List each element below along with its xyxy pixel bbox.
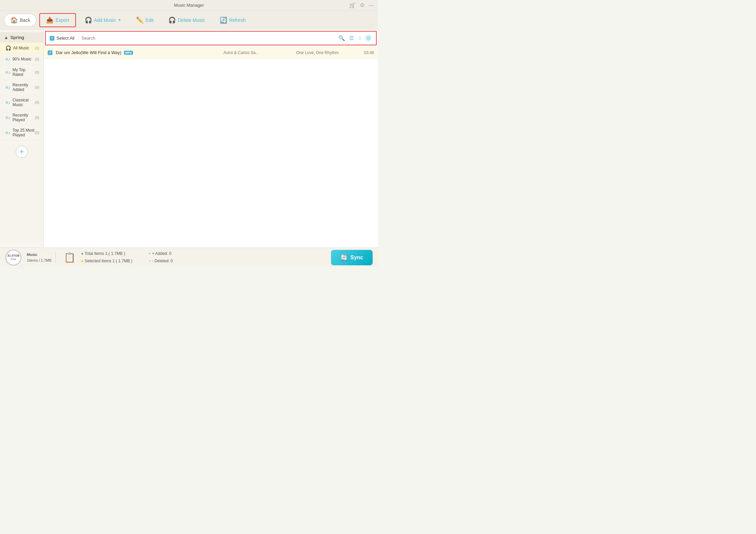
table-row[interactable]: Dar um Jeito(We Will Find a Way) MP3 Avi… (44, 47, 378, 59)
mp3-badge: MP3 (124, 51, 133, 55)
status-stats: ● Total Items 1 ( 1.7MB ) ● Selected Ite… (81, 250, 132, 265)
status-detail-icon: 📋 (64, 252, 76, 263)
search-input[interactable] (81, 36, 336, 41)
search-icon[interactable]: 🔍 (338, 35, 345, 41)
sidebar-section-header: ▲ Spring (0, 32, 43, 43)
cart-icon[interactable]: 🛒 (349, 2, 356, 8)
track-artist: Avicii & Carlos Sa... (205, 50, 278, 55)
sidebar-item-90s-music[interactable]: ≡♪ 90's Music (0) (0, 54, 43, 65)
list-view-button[interactable]: ☰ (348, 34, 355, 42)
upload-icon: ▲ (4, 35, 8, 40)
content-area: Select All 🔍 ☰ ↕ ⊙ Dar um Jeito(We Will … (44, 30, 378, 248)
select-all-area: Select All (50, 36, 79, 41)
track-list: Dar um Jeito(We Will Find a Way) MP3 Avi… (44, 47, 378, 248)
delete-icon: 🎧 (168, 16, 176, 24)
edit-icon: ✏️ (136, 16, 143, 24)
settings-icon[interactable]: ⚙ (360, 2, 365, 8)
add-playlist-button[interactable]: + (16, 146, 28, 158)
playlist-icon-6: ≡♪ (5, 130, 10, 135)
track-checkbox[interactable] (48, 50, 52, 55)
sidebar-item-classical-music[interactable]: ≡♪ Classical Music (0) (0, 95, 43, 110)
select-all-label[interactable]: Select All (56, 36, 74, 41)
playlist-icon-1: ≡♪ (5, 56, 10, 62)
dropdown-arrow-icon: ▼ (118, 18, 121, 22)
playlist-icon-3: ≡♪ (5, 85, 10, 90)
delete-music-button[interactable]: 🎧 Delete Music (162, 14, 211, 27)
export-button[interactable]: 📤 Export (39, 13, 76, 27)
added-deleted: + + Added: 0 − - Deleted: 0 (149, 250, 173, 265)
sync-button[interactable]: 🔄 Sync (331, 250, 373, 265)
edit-button[interactable]: ✏️ Edit (130, 14, 160, 27)
app-title: Music Manager (174, 3, 204, 8)
sidebar-item-top-25-most-played[interactable]: ≡♪ Top 25 Most Played (0) (0, 125, 43, 140)
title-bar-controls: 🛒 ⚙ — (349, 2, 374, 8)
headphones-icon: 🎧 (5, 45, 11, 51)
playlist-icon-5: ≡♪ (5, 115, 10, 120)
track-album: One Love, One Rhythm (281, 50, 354, 55)
track-duration: 03:48 (357, 50, 374, 55)
storage-info: Music 1items / 1.7MB (27, 252, 56, 263)
main-layout: ▲ Spring 🎧 All Music (1) ≡♪ 90's Music (… (0, 30, 378, 248)
add-music-icon: 🎧 (85, 16, 92, 24)
refresh-button[interactable]: 🔄 Refresh (214, 14, 252, 27)
sidebar-item-my-top-rated[interactable]: ≡♪ My Top Rated (0) (0, 65, 43, 80)
refresh-icon: 🔄 (220, 16, 227, 24)
filter-button[interactable]: ⊙ (365, 34, 372, 42)
sidebar: ▲ Spring 🎧 All Music (1) ≡♪ 90's Music (… (0, 30, 44, 248)
playlist-icon-4: ≡♪ (5, 100, 10, 105)
toolbar: 🏠 Back 📤 Export 🎧 Add Music ▼ ✏️ Edit 🎧 … (0, 11, 378, 30)
title-bar: Music Manager 🛒 ⚙ — (0, 0, 378, 11)
track-title: Dar um Jeito(We Will Find a Way) (56, 50, 121, 55)
select-all-checkbox[interactable] (50, 36, 54, 41)
status-bar: 31.07GB Free Music 1items / 1.7MB 📋 ● To… (0, 248, 378, 267)
sidebar-item-recently-added[interactable]: ≡♪ Recently Added (0) (0, 80, 43, 95)
export-icon: 📤 (46, 16, 53, 24)
playlist-icon-2: ≡♪ (5, 70, 10, 75)
back-icon: 🏠 (10, 16, 18, 24)
back-button[interactable]: 🏠 Back (4, 14, 37, 27)
storage-circle: 31.07GB Free (5, 250, 22, 266)
track-title-area: Dar um Jeito(We Will Find a Way) MP3 (56, 50, 202, 55)
sidebar-item-all-music[interactable]: 🎧 All Music (1) (0, 43, 43, 54)
minimize-icon[interactable]: — (369, 2, 374, 8)
sort-button[interactable]: ↕ (357, 34, 363, 42)
search-area: 🔍 (81, 35, 345, 41)
sync-icon: 🔄 (340, 254, 348, 261)
content-toolbar: Select All 🔍 ☰ ↕ ⊙ (45, 31, 377, 45)
add-music-button[interactable]: 🎧 Add Music ▼ (79, 14, 127, 27)
sidebar-item-recently-played[interactable]: ≡♪ Recently Played (0) (0, 110, 43, 125)
view-controls: ☰ ↕ ⊙ (348, 34, 372, 42)
